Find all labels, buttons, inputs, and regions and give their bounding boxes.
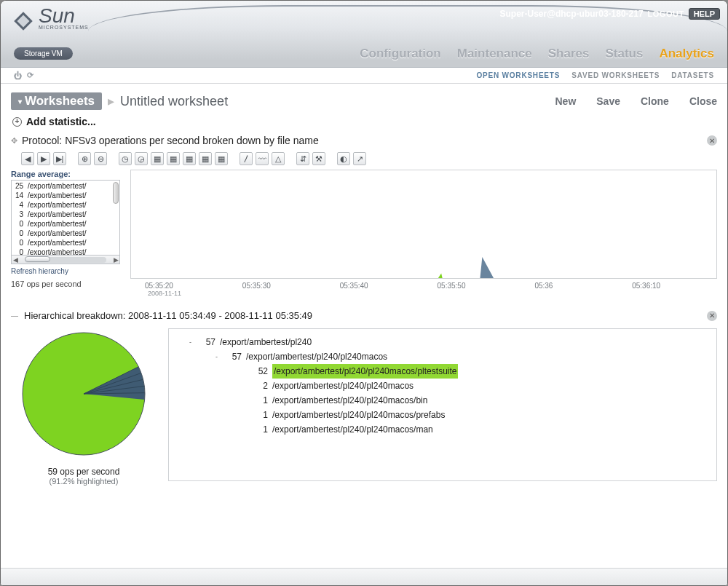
range-average-pane: Range average: 25/export/ambertest/14/ex… (11, 170, 120, 288)
breakdown-title: Hierarchical breakdown: 2008-11-11 05:34… (24, 310, 312, 321)
cal-month-button[interactable]: ▦ (215, 152, 228, 165)
pie-pane: 59 ops per second (91.2% highlighted) (11, 328, 157, 486)
range-row[interactable]: 25/export/ambertest/ (13, 181, 118, 191)
tab-status[interactable]: Status (605, 47, 643, 61)
cal-minute-button[interactable]: ▦ (151, 152, 164, 165)
chart-line-button[interactable]: 〳 (240, 152, 253, 165)
refresh-icon[interactable]: ⟳ (27, 71, 34, 80)
chart-area-button[interactable]: 〰 (256, 152, 269, 165)
collapse-toggle-icon[interactable]: — (11, 312, 18, 320)
time-back-button[interactable]: ◷ (119, 152, 132, 165)
breakdown-close-button[interactable]: ✕ (707, 311, 717, 321)
tree-count: 57 (201, 335, 215, 349)
tree-path: /export/ambertest/pl240/pl240macos/pltes… (272, 364, 458, 379)
contrast-button[interactable]: ◐ (337, 152, 350, 165)
tab-configuration[interactable]: Configuration (360, 47, 440, 61)
add-statistic-row[interactable]: + Add statistic... (12, 116, 716, 127)
drag-handle-icon[interactable]: ✥ (11, 136, 17, 146)
worksheets-dropdown[interactable]: ▾ Worksheets (11, 92, 102, 110)
pie-ops-label: 59 ops per second (11, 467, 157, 477)
range-row[interactable]: 0/export/ambertest/ (13, 238, 118, 248)
range-row[interactable]: 14/export/ambertest/ (13, 191, 118, 200)
worksheet-title[interactable]: Untitled worksheet (120, 94, 228, 109)
brand-sub: microsystems (39, 25, 89, 30)
main-nav: Storage VM Configuration Maintenance Sha… (1, 38, 727, 67)
tree-row[interactable]: 2/export/ambertest/pl240/pl240macos (176, 379, 709, 393)
breakdown-header: — Hierarchical breakdown: 2008-11-11 05:… (11, 310, 717, 321)
area-chart-svg (131, 170, 716, 279)
refresh-hierarchy-link[interactable]: Refresh hierarchy (11, 267, 120, 275)
breadcrumb-separator-icon: ▸ (108, 93, 114, 109)
range-row[interactable]: 0/export/ambertest/ (13, 229, 118, 238)
tree-count: 1 (253, 422, 268, 437)
worksheet-actions: New Save Clone Close (555, 95, 717, 107)
popout-button[interactable]: ↗ (353, 152, 366, 165)
cal-hour-button[interactable]: ▦ (167, 152, 180, 165)
tab-analytics[interactable]: Analytics (659, 47, 714, 61)
nav-end-button[interactable]: ▶| (53, 152, 66, 165)
range-row[interactable]: 0/export/ambertest/ (13, 219, 118, 229)
tree-count: 1 (253, 393, 268, 408)
cal-week-button[interactable]: ▦ (199, 152, 212, 165)
range-row[interactable]: 0/export/ambertest/ (13, 248, 118, 256)
tab-shares[interactable]: Shares (548, 47, 590, 61)
help-button[interactable]: HELP (689, 8, 720, 20)
tree-row[interactable]: 1/export/ambertest/pl240/pl240macos/pref… (176, 408, 709, 422)
sun-logo-icon (12, 10, 34, 32)
tree-path: /export/ambertest/pl240/pl240macos (246, 349, 387, 364)
range-row[interactable]: 4/export/ambertest/ (13, 200, 118, 210)
user-label: Super-User@dhcp-ubur03-180-217 (500, 9, 644, 19)
drilldown-button[interactable]: ⚒ (312, 152, 325, 165)
x-tick: 05:36:10 (632, 282, 713, 290)
nav-back-button[interactable]: ◀ (21, 152, 34, 165)
zoom-out-button[interactable]: ⊖ (94, 152, 107, 165)
range-average-title: Range average: (11, 170, 120, 178)
collapse-icon[interactable]: - (215, 349, 223, 364)
scrollbar-horizontal[interactable]: ◀ ▶ (11, 256, 120, 264)
power-icon[interactable]: ⏻ (14, 71, 23, 80)
content-area: ▾ Worksheets ▸ Untitled worksheet New Sa… (1, 84, 727, 568)
range-average-list[interactable]: 25/export/ambertest/14/export/ambertest/… (11, 180, 120, 256)
tree-row[interactable]: 1/export/ambertest/pl240/pl240macos/bin (176, 393, 709, 408)
add-statistic-label: Add statistic... (26, 116, 96, 127)
scroll-right-icon[interactable]: ▶ (112, 256, 119, 264)
cal-day-button[interactable]: ▦ (183, 152, 196, 165)
range-ops-label: 167 ops per second (11, 280, 120, 288)
save-button[interactable]: Save (596, 95, 620, 107)
x-tick: 05:35:50 (438, 282, 518, 290)
sub-bar: ⏻ ⟳ OPEN WORKSHEETS SAVED WORKSHEETS DAT… (1, 68, 727, 84)
tree-row[interactable]: 1/export/ambertest/pl240/pl240macos/man (176, 422, 709, 437)
scroll-handle[interactable] (25, 256, 50, 262)
pie-chart[interactable] (18, 328, 149, 459)
zoom-in-button[interactable]: ⊕ (78, 152, 91, 165)
tree-row[interactable]: -57/export/ambertest/pl240 (176, 335, 709, 349)
stat-close-button[interactable]: ✕ (707, 135, 717, 146)
chart-mountain-button[interactable]: △ (272, 152, 285, 165)
tree-row[interactable]: -57/export/ambertest/pl240/pl240macos (176, 349, 709, 364)
close-button[interactable]: Close (689, 95, 717, 107)
footer-bar (1, 568, 727, 585)
subtab-datasets[interactable]: DATASETS (671, 71, 714, 79)
new-button[interactable]: New (555, 95, 576, 107)
plus-icon: + (12, 117, 22, 127)
clone-button[interactable]: Clone (641, 95, 669, 107)
subtab-open-worksheets[interactable]: OPEN WORKSHEETS (476, 71, 560, 79)
scrollbar-vertical[interactable] (113, 182, 119, 204)
tab-maintenance[interactable]: Maintenance (457, 47, 532, 61)
shrink-v-button[interactable]: ⇵ (296, 152, 309, 165)
storage-badge[interactable]: Storage VM (14, 47, 73, 60)
main-chart[interactable]: 540 0 (130, 170, 717, 279)
x-tick: 05:35:30 (242, 282, 323, 290)
x-axis-date: 2008-11-11 (148, 290, 717, 297)
tree-row[interactable]: 52/export/ambertest/pl240/pl240macos/plt… (176, 364, 709, 379)
collapse-icon[interactable]: - (189, 335, 197, 349)
subtab-saved-worksheets[interactable]: SAVED WORKSHEETS (571, 71, 660, 79)
nav-forward-button[interactable]: ▶ (37, 152, 50, 165)
stat-title: Protocol: NFSv3 operations per second br… (22, 135, 319, 146)
tree-count: 2 (253, 379, 268, 393)
header-top: Sun microsystems Super-User@dhcp-ubur03-… (1, 1, 727, 38)
time-forward-button[interactable]: ◶ (135, 152, 148, 165)
scroll-left-icon[interactable]: ◀ (12, 256, 19, 264)
logout-link[interactable]: LOGOUT (648, 9, 684, 18)
range-row[interactable]: 3/export/ambertest/ (13, 210, 118, 219)
